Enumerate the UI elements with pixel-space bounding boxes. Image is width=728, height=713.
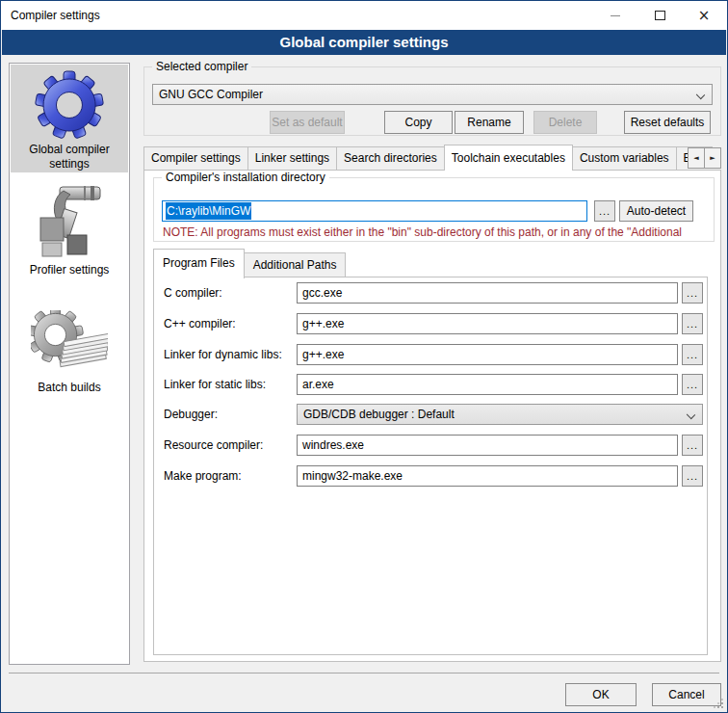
sidebar-item-batch-builds[interactable]: Batch builds — [11, 304, 128, 401]
cpp-compiler-input[interactable]: g++.exe — [297, 313, 678, 334]
note-text: NOTE: All programs must exist either in … — [163, 225, 708, 239]
installation-directory-group: Compiler's installation directory C:\ray… — [153, 177, 715, 242]
dynamic-linker-input[interactable]: g++.exe — [297, 344, 678, 365]
group-label: Selected compiler — [152, 60, 251, 74]
tab-linker-settings[interactable]: Linker settings — [247, 146, 337, 170]
static-linker-row: Linker for static libs: ar.exe ... — [154, 374, 707, 395]
delete-button[interactable]: Delete — [533, 111, 597, 134]
chevron-down-icon — [687, 410, 695, 419]
browse-make-program-button[interactable]: ... — [682, 465, 703, 487]
gear-stack-icon — [31, 310, 108, 378]
sidebar-item-label: Profiler settings — [30, 263, 110, 277]
tab-custom-variables[interactable]: Custom variables — [572, 146, 677, 170]
tab-program-files[interactable]: Program Files — [153, 249, 245, 278]
copy-button[interactable]: Copy — [384, 111, 453, 134]
field-value: mingw32-make.exe — [302, 469, 403, 483]
main-tab-bar: Compiler settings Linker settings Search… — [143, 144, 721, 170]
compiler-select[interactable]: GNU GCC Compiler — [152, 84, 713, 105]
footer-divider — [9, 673, 719, 673]
sidebar-item-profiler-settings[interactable]: Profiler settings — [11, 175, 128, 283]
chevron-down-icon — [696, 91, 705, 99]
resource-compiler-input[interactable]: windres.exe — [297, 435, 678, 456]
tab-scroll-right-button[interactable]: ► — [704, 147, 721, 169]
dialog-banner: Global compiler settings — [2, 30, 726, 55]
field-label: Linker for static libs: — [164, 374, 266, 395]
resource-compiler-row: Resource compiler: windres.exe ... — [154, 435, 707, 456]
field-value: GDB/CDB debugger : Default — [303, 408, 455, 421]
main-panel: Selected compiler GNU GCC Compiler Set a… — [143, 61, 721, 668]
tab-search-directories[interactable]: Search directories — [336, 146, 445, 170]
browse-dynamic-linker-button[interactable]: ... — [682, 344, 703, 365]
sidebar-item-global-compiler-settings[interactable]: Global compiler settings — [11, 65, 128, 172]
gear-blue-icon — [35, 70, 104, 140]
rename-button[interactable]: Rename — [455, 111, 524, 134]
field-label: Linker for dynamic libs: — [164, 344, 282, 365]
field-value: g++.exe — [302, 317, 344, 330]
c-compiler-row: C compiler: gcc.exe ... — [154, 282, 707, 304]
make-program-input[interactable]: mingw32-make.exe — [297, 465, 678, 487]
field-value: gcc.exe — [302, 286, 342, 300]
minimize-button[interactable] — [593, 2, 637, 29]
field-value: windres.exe — [302, 438, 364, 452]
browse-cpp-compiler-button[interactable]: ... — [682, 313, 703, 334]
browse-directory-button[interactable]: ... — [594, 200, 615, 222]
selected-compiler-group: Selected compiler GNU GCC Compiler Set a… — [143, 66, 721, 136]
reset-defaults-button[interactable]: Reset defaults — [624, 111, 711, 134]
cpp-compiler-row: C++ compiler: g++.exe ... — [154, 313, 707, 334]
maximize-icon — [655, 11, 665, 20]
browse-c-compiler-button[interactable]: ... — [682, 282, 703, 304]
maximize-button[interactable] — [637, 2, 682, 29]
field-value: ar.exe — [302, 378, 334, 391]
compiler-select-value: GNU GCC Compiler — [159, 88, 263, 101]
sidebar-item-label: Global compiler settings — [11, 143, 128, 172]
browse-static-linker-button[interactable]: ... — [682, 374, 703, 395]
ok-button[interactable]: OK — [565, 683, 637, 706]
field-value: g++.exe — [302, 348, 344, 361]
field-label: Debugger: — [164, 404, 218, 425]
tab-compiler-settings[interactable]: Compiler settings — [143, 146, 248, 170]
tab-scroll-buttons: ◄ ► — [689, 147, 721, 169]
installation-directory-input[interactable]: C:\raylib\MinGW — [162, 200, 587, 222]
static-linker-input[interactable]: ar.exe — [297, 374, 678, 395]
dynamic-linker-row: Linker for dynamic libs: g++.exe ... — [154, 344, 707, 365]
arrow-right-icon: ► — [710, 154, 715, 162]
settings-sidebar: Global compiler settings Profiler settin… — [9, 63, 130, 665]
files-tab-bar: Program Files Additional Paths — [153, 248, 345, 277]
tab-additional-paths[interactable]: Additional Paths — [244, 252, 347, 277]
make-program-row: Make program: mingw32-make.exe ... — [154, 465, 707, 487]
close-icon: × — [698, 9, 711, 23]
selected-text: C:\raylib\MinGW — [166, 202, 251, 220]
c-compiler-input[interactable]: gcc.exe — [297, 282, 678, 304]
program-files-panel: C compiler: gcc.exe ... C++ compiler: g+… — [153, 277, 708, 655]
field-label: C compiler: — [164, 282, 222, 304]
debugger-select[interactable]: GDB/CDB debugger : Default — [297, 404, 703, 425]
compiler-settings-window: Compiler settings × Global compiler sett… — [0, 0, 728, 713]
field-label: Make program: — [164, 465, 242, 487]
tab-scroll-left-button[interactable]: ◄ — [688, 147, 705, 169]
profiler-icon — [31, 181, 108, 260]
minimize-icon — [611, 15, 620, 16]
resize-grip[interactable] — [714, 699, 723, 708]
close-button[interactable]: × — [682, 2, 726, 29]
auto-detect-button[interactable]: Auto-detect — [619, 200, 693, 222]
set-as-default-button[interactable]: Set as default — [270, 111, 345, 134]
cancel-button[interactable]: Cancel — [652, 683, 721, 706]
sidebar-item-label: Batch builds — [38, 381, 100, 395]
tab-toolchain-executables[interactable]: Toolchain executables — [444, 145, 573, 171]
field-label: Resource compiler: — [164, 435, 263, 456]
group-label: Compiler's installation directory — [162, 171, 329, 185]
titlebar[interactable]: Compiler settings × — [1, 1, 727, 30]
field-label: C++ compiler: — [164, 313, 236, 334]
browse-resource-compiler-button[interactable]: ... — [682, 435, 703, 456]
debugger-row: Debugger: GDB/CDB debugger : Default — [154, 404, 707, 425]
toolchain-executables-panel: Compiler's installation directory C:\ray… — [143, 170, 721, 662]
window-title: Compiler settings — [11, 1, 100, 30]
arrow-left-icon: ◄ — [693, 154, 698, 162]
